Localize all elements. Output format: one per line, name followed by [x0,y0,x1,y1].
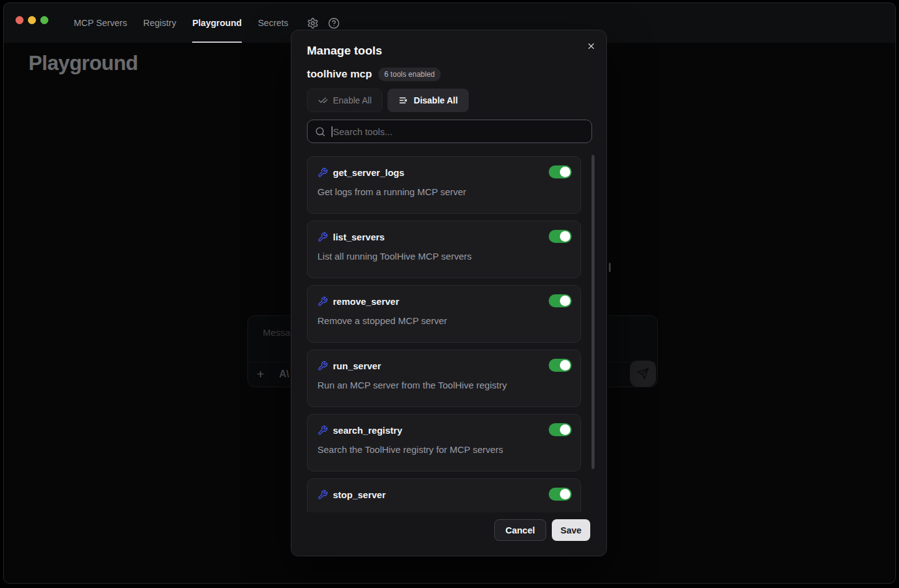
settings-gear-icon[interactable] [307,17,319,29]
scrollbar-thumb[interactable] [591,155,595,469]
close-window-button[interactable] [16,16,24,24]
tool-name: list_servers [333,232,384,242]
tab-registry[interactable]: Registry [143,3,176,43]
help-icon[interactable] [328,17,340,29]
tool-name: remove_server [333,296,399,307]
minimize-window-button[interactable] [28,16,36,24]
tool-toggle[interactable] [549,165,572,178]
wrench-icon [317,167,328,178]
tool-toggle[interactable] [549,230,572,243]
tool-toggle[interactable] [549,423,572,436]
tool-card: search_registry Search the ToolHive regi… [307,414,581,472]
wrench-icon [317,489,328,500]
tool-name: get_server_logs [333,167,404,178]
text-caret [332,126,332,137]
tool-toggle[interactable] [549,359,572,372]
tool-card: remove_server Remove a stopped MCP serve… [307,285,581,343]
search-tools-input[interactable]: Search tools... [307,120,592,143]
list-x-icon [399,95,409,105]
dialog-title: Manage tools [307,44,382,58]
tool-card: list_servers List all running ToolHive M… [307,221,581,278]
tool-card: get_server_logs Get logs from a running … [307,156,581,214]
server-name: toolhive mcp [307,68,372,81]
tab-secrets[interactable]: Secrets [258,3,288,43]
window-controls [16,16,48,24]
tool-name: run_server [333,361,381,371]
tool-toggle[interactable] [549,294,572,307]
tool-description: Get logs from a running MCP server [317,186,466,197]
tool-card: stop_server [307,478,581,512]
wrench-icon [317,296,328,307]
tab-playground[interactable]: Playground [192,3,242,43]
search-placeholder: Search tools... [333,126,392,137]
wrench-icon [317,232,328,242]
tool-toggle[interactable] [549,488,572,501]
close-icon[interactable] [583,38,598,53]
tool-name: stop_server [333,489,386,500]
tab-mcp-servers[interactable]: MCP Servers [74,3,127,43]
tool-description: Run an MCP server from the ToolHive regi… [317,380,507,390]
nav: MCP ServersRegistryPlaygroundSecrets [74,3,288,43]
zoom-window-button[interactable] [40,16,48,24]
cancel-button[interactable]: Cancel [494,519,546,541]
enable-all-button[interactable]: Enable All [307,89,383,112]
wrench-icon [317,425,328,436]
tool-description: Search the ToolHive registry for MCP ser… [317,444,503,455]
search-icon [315,126,326,137]
tool-description: List all running ToolHive MCP servers [317,251,472,261]
manage-tools-dialog: Manage tools toolhive mcp 6 tools enable… [291,30,607,556]
save-button[interactable]: Save [552,519,590,541]
check-check-icon [318,95,328,105]
tools-enabled-badge: 6 tools enabled [378,68,441,81]
screen: MCP ServersRegistryPlaygroundSecrets Pla… [0,0,899,588]
tool-card: run_server Run an MCP server from the To… [307,349,581,407]
wrench-icon [317,361,328,371]
tool-name: search_registry [333,425,402,436]
disable-all-button[interactable]: Disable All [388,89,469,112]
tool-description: Remove a stopped MCP server [317,315,447,326]
tool-list: get_server_logs Get logs from a running … [291,153,606,512]
app-window: MCP ServersRegistryPlaygroundSecrets Pla… [3,2,896,584]
